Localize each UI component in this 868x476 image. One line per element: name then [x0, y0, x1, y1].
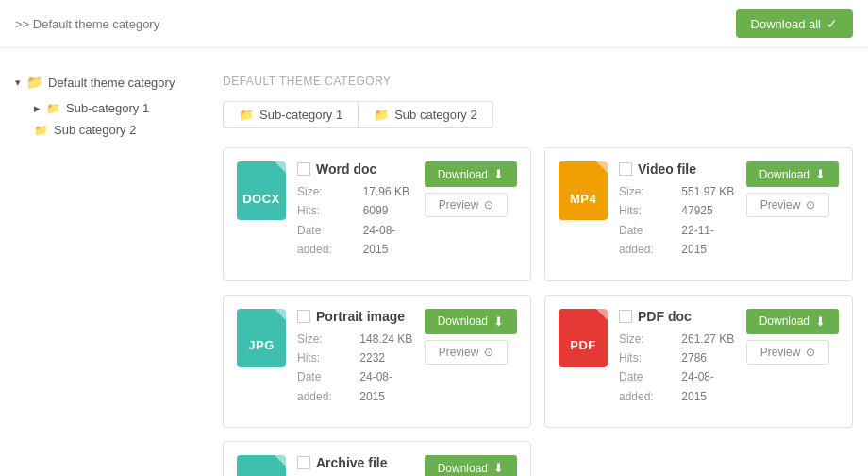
file-info: Word doc Size: 17.96 KB Hits: 6099 Date …	[297, 162, 413, 267]
breadcrumb: >> Default theme category	[15, 17, 159, 31]
preview-label: Preview	[439, 198, 479, 212]
size-label: Size:	[619, 182, 672, 201]
hits-value: 6099	[363, 201, 413, 220]
subcategory-tabs: 📁 Sub-category 1 📁 Sub category 2	[223, 101, 853, 128]
date-value: 24-08-2015	[359, 367, 412, 406]
download-label: Download	[438, 168, 488, 181]
file-actions: Download ⬇ Preview ⊙	[425, 162, 517, 217]
preview-icon: ⊙	[806, 346, 815, 359]
hits-label: Hits:	[619, 201, 672, 220]
expand-arrow-icon: ▸	[34, 101, 41, 115]
download-button[interactable]: Download ⬇	[746, 162, 839, 187]
sidebar-item-subcategory2[interactable]: 📁 Sub category 2	[15, 119, 192, 141]
top-bar: >> Default theme category Download all ✓	[0, 0, 868, 47]
sidebar-root-item[interactable]: ▾ 📁 Default theme category	[15, 75, 192, 90]
sidebar-root-label: Default theme category	[48, 76, 175, 90]
file-card-zip: ZIP Archive file Size: 245.12 KB Hits: 5…	[223, 441, 531, 476]
file-name-row: Portrait image	[297, 309, 413, 324]
file-ext-label: MP4	[570, 192, 596, 206]
download-icon: ⬇	[815, 314, 826, 329]
sidebar-label-sub1: Sub-category 1	[66, 101, 149, 115]
file-checkbox[interactable]	[297, 162, 310, 176]
folder-icon: 📁	[34, 124, 48, 137]
tab-label-1: Sub-category 1	[259, 108, 342, 122]
download-all-button[interactable]: Download all ✓	[736, 9, 853, 38]
download-label: Download	[438, 314, 488, 328]
file-info: Portrait image Size: 148.24 KB Hits: 223…	[297, 309, 413, 415]
date-label: Date added:	[619, 367, 672, 406]
tab-subcategory1[interactable]: 📁 Sub-category 1	[223, 101, 359, 128]
download-button[interactable]: Download ⬇	[425, 162, 517, 187]
file-actions: Download ⬇ Preview ⊙	[746, 162, 839, 217]
section-title: DEFAULT THEME CATEGORY	[223, 75, 853, 88]
size-label: Size:	[619, 330, 672, 348]
folder-tab-icon: 📁	[239, 108, 254, 122]
file-name-row: PDF doc	[619, 309, 735, 324]
file-card-mp4: MP4 Video file Size: 551.97 KB Hits: 479…	[544, 147, 853, 281]
file-icon-jpg: JPG	[237, 309, 286, 367]
file-card-jpg: JPG Portrait image Size: 148.24 KB Hits:…	[223, 295, 531, 429]
download-icon: ⬇	[493, 461, 504, 475]
file-name-row: Word doc	[297, 162, 413, 177]
top-divider	[0, 47, 868, 48]
file-ext-label: DOCX	[242, 192, 280, 206]
download-icon: ⬇	[493, 314, 504, 329]
date-label: Date added:	[619, 221, 672, 260]
folder-icon: 📁	[46, 102, 60, 115]
file-checkbox[interactable]	[297, 456, 310, 469]
file-info: PDF doc Size: 261.27 KB Hits: 2786 Date …	[619, 309, 735, 415]
preview-label: Preview	[439, 346, 479, 359]
file-card-docx: DOCX Word doc Size: 17.96 KB Hits: 6099 …	[223, 147, 531, 281]
download-label: Download	[760, 168, 810, 181]
file-name: PDF doc	[638, 309, 692, 324]
file-actions: Download ⬇ Preview ⊙	[425, 309, 517, 365]
hits-label: Hits:	[619, 348, 672, 367]
preview-button[interactable]: Preview ⊙	[425, 340, 509, 365]
preview-button[interactable]: Preview ⊙	[425, 193, 509, 217]
preview-icon: ⊙	[806, 198, 815, 212]
hits-value: 47925	[681, 201, 734, 220]
size-value: 17.96 KB	[363, 182, 413, 201]
download-button[interactable]: Download ⬇	[746, 309, 839, 334]
hits-value: 2232	[359, 348, 412, 367]
file-info: Video file Size: 551.97 KB Hits: 47925 D…	[619, 162, 735, 267]
download-icon: ⬇	[815, 167, 826, 181]
file-grid: DOCX Word doc Size: 17.96 KB Hits: 6099 …	[223, 147, 853, 476]
hits-label: Hits:	[297, 201, 354, 220]
tab-label-2: Sub category 2	[394, 108, 476, 122]
preview-icon: ⊙	[484, 346, 493, 359]
size-label: Size:	[297, 330, 350, 348]
size-value: 148.24 KB	[359, 330, 412, 348]
file-checkbox[interactable]	[297, 310, 310, 323]
date-value: 22-11-2015	[681, 221, 734, 260]
sidebar-item-subcategory1[interactable]: ▸ 📁 Sub-category 1	[15, 97, 192, 119]
file-name: Video file	[638, 162, 696, 177]
download-button[interactable]: Download ⬇	[425, 455, 517, 476]
file-meta: Size: 17.96 KB Hits: 6099 Date added: 24…	[297, 182, 413, 260]
preview-icon: ⊙	[484, 198, 493, 212]
file-name: Archive file	[316, 455, 387, 470]
date-value: 24-08-2015	[681, 367, 734, 406]
tab-subcategory2[interactable]: 📁 Sub category 2	[359, 101, 492, 128]
file-name-row: Archive file	[297, 455, 413, 470]
main-layout: ▾ 📁 Default theme category ▸ 📁 Sub-categ…	[0, 58, 868, 476]
preview-button[interactable]: Preview ⊙	[746, 193, 830, 217]
preview-button[interactable]: Preview ⊙	[746, 340, 830, 365]
download-icon: ⬇	[493, 167, 504, 181]
file-icon-zip: ZIP	[237, 455, 286, 476]
download-label: Download	[760, 314, 810, 328]
hits-value: 2786	[681, 348, 734, 367]
file-ext-label: PDF	[570, 338, 596, 352]
sidebar-label-sub2: Sub category 2	[54, 123, 136, 137]
size-value: 551.97 KB	[681, 182, 734, 201]
preview-label: Preview	[760, 198, 801, 212]
file-checkbox[interactable]	[619, 162, 632, 176]
file-checkbox[interactable]	[619, 310, 632, 323]
file-meta: Size: 148.24 KB Hits: 2232 Date added: 2…	[297, 330, 413, 407]
hits-label: Hits:	[297, 348, 350, 367]
file-name: Word doc	[316, 162, 376, 177]
file-icon-pdf: PDF	[559, 309, 608, 367]
size-label: Size:	[297, 182, 354, 201]
preview-label: Preview	[760, 346, 801, 359]
download-button[interactable]: Download ⬇	[425, 309, 517, 334]
